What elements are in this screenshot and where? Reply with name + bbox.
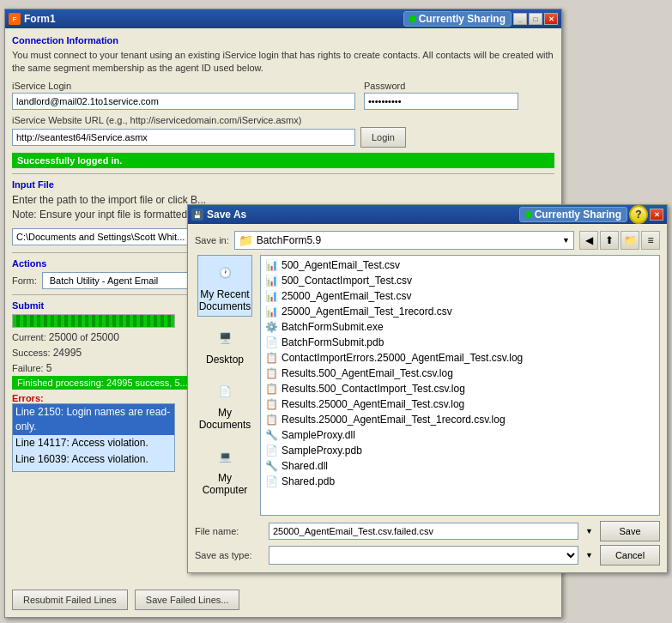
url-label: iService Website URL (e.g., http://iserv… [12,115,406,125]
file-item[interactable]: 📄SampleProxy.pdb [263,443,657,458]
main-window-title: Form1 [24,13,56,25]
filename-chevron: ▼ [585,527,593,535]
file-item[interactable]: 📋ContactImportErrors.25000_AgentEmail_Te… [263,350,657,366]
input-file-section-label: Input File [12,179,554,190]
recent-icon: 🕐 [211,259,239,287]
file-icon: 📄 [265,475,278,487]
file-name: BatchFormSubmit.pdb [282,336,384,348]
file-name: 500_AgentEmail_Test.csv [282,259,400,271]
error-item[interactable]: Line 14117: Access violation. [13,435,174,451]
dropdown-chevron: ▼ [562,236,570,245]
file-icon: 📄 [265,445,278,457]
file-item[interactable]: 📋Results.500_ContactImport_Test.csv.log [263,381,657,396]
progress-bar-fill [13,315,174,327]
nav-item-recent[interactable]: 🕐My Recent Documents [197,255,252,317]
file-item[interactable]: 📄Shared.pdb [263,474,657,489]
url-field-group: iService Website URL (e.g., http://iserv… [12,115,406,148]
save-icon: 💾 [191,209,203,221]
save-dialog: 💾 Save As Currently Sharing ? ✕ Save in:… [187,204,668,573]
nav-item-computer[interactable]: 💻My Computer [197,439,252,500]
file-item[interactable]: 📋Results.500_AgentEmail_Test.csv.log [263,366,657,381]
back-button[interactable]: ◀ [579,231,598,250]
main-status-badge: Currently Sharing [403,11,512,27]
save-in-row: Save in: 📁 BatchForm5.9 ▼ ◀ ⬆ 📁 ≡ [195,231,660,250]
file-name: 25000_AgentEmail_Test.csv [282,290,411,302]
nav-label: My Computer [202,472,248,496]
file-item[interactable]: 📊25000_AgentEmail_Test.csv [263,288,657,304]
up-button[interactable]: ⬆ [600,231,619,250]
password-field-group: Password [364,81,518,110]
toolbar-buttons: ◀ ⬆ 📁 ≡ [579,231,660,250]
password-input[interactable] [364,93,518,110]
success-message: Successfully logged in. [12,153,554,168]
maximize-button[interactable]: □ [529,13,542,25]
nav-label: Desktop [206,354,244,366]
file-name: 500_ContactImport_Test.csv [282,275,412,287]
file-icon: ⚙️ [265,321,278,333]
file-item[interactable]: 📄BatchFormSubmit.pdb [263,335,657,350]
form-label: Form: [12,275,37,286]
login-input[interactable] [12,93,355,110]
file-item[interactable]: 📊500_AgentEmail_Test.csv [263,257,657,273]
file-item[interactable]: 📋Results.25000_AgentEmail_Test.csv.log [263,396,657,412]
file-name: Results.500_AgentEmail_Test.csv.log [282,367,453,379]
file-name: Shared.dll [282,460,328,472]
savetype-dropdown[interactable] [269,546,578,565]
login-label: iService Login [12,81,355,91]
folder-icon: 📁 [239,233,253,247]
minimize-button[interactable]: _ [513,13,527,25]
resubmit-button[interactable]: Resubmit Failed Lines [12,590,128,610]
view-button[interactable]: ≡ [641,231,660,250]
title-bar-controls: Currently Sharing _ □ ✕ [403,11,558,27]
file-icon: 📋 [265,398,278,410]
login-button[interactable]: Login [360,127,406,148]
save-in-folder-name: BatchForm5.9 [257,234,321,246]
input-file-info-text: Enter the path to the import file or cli… [12,194,206,206]
file-icon: 📄 [265,336,278,348]
save-in-folder: 📁 BatchForm5.9 [239,233,321,247]
dialog-content: Save in: 📁 BatchForm5.9 ▼ ◀ ⬆ 📁 ≡ 🕐My Re… [188,224,667,572]
save-title-left: 💾 Save As [191,209,246,221]
save-dialog-title: Save As [207,209,246,221]
new-folder-button[interactable]: 📁 [621,231,639,250]
save-failed-button[interactable]: Save Failed Lines... [135,590,240,610]
save-in-dropdown[interactable]: 📁 BatchForm5.9 ▼ [234,231,574,250]
connection-section-label: Connection Information [12,35,554,45]
error-item[interactable]: Line 16039: Access violation. [13,451,174,468]
nav-item-documents[interactable]: 📄My Documents [197,373,252,435]
save-in-label: Save in: [195,235,229,245]
file-name: Results.500_ContactImport_Test.csv.log [282,383,465,395]
url-input[interactable] [12,129,355,146]
file-item[interactable]: ⚙️BatchFormSubmit.exe [263,319,657,335]
status-dot [409,15,416,22]
close-button[interactable]: ✕ [544,13,558,25]
file-name: Results.25000_AgentEmail_Test.csv.log [282,398,464,410]
file-list[interactable]: 📊500_AgentEmail_Test.csv📊500_ContactImpo… [260,255,660,516]
file-item[interactable]: 🔧Shared.dll [263,458,657,474]
error-item[interactable]: Line 16083: Access violation. [13,468,174,473]
file-icon: 📋 [265,383,278,395]
cancel-button[interactable]: Cancel [600,545,660,566]
file-item[interactable]: 📊500_ContactImport_Test.csv [263,273,657,288]
save-close-button[interactable]: ✕ [650,209,663,221]
file-name: SampleProxy.dll [282,429,355,441]
file-name: Results.25000_AgentEmail_Test_1record.cs… [282,414,506,426]
title-bar-left: F Form1 [9,13,56,25]
filename-input[interactable] [269,523,578,540]
divider-1 [12,173,554,174]
file-icon: 📋 [265,367,278,379]
file-icon: 🔧 [265,429,278,441]
help-button[interactable]: ? [629,205,648,224]
file-icon: 📋 [265,352,278,364]
save-button[interactable]: Save [600,521,660,541]
file-icon: 🔧 [265,460,278,472]
file-item[interactable]: 📊25000_AgentEmail_Test_1record.csv [263,304,657,319]
error-list[interactable]: Line 2150: Login names are read-only.Lin… [12,403,175,472]
login-field-group: iService Login [12,81,355,110]
file-item[interactable]: 🔧SampleProxy.dll [263,427,657,443]
save-status-dot [525,211,532,218]
url-row: iService Website URL (e.g., http://iserv… [12,115,554,148]
file-item[interactable]: 📋Results.25000_AgentEmail_Test_1record.c… [263,412,657,427]
error-item[interactable]: Line 2150: Login names are read-only. [13,404,174,435]
nav-item-desktop[interactable]: 🖥️Desktop [197,320,252,370]
